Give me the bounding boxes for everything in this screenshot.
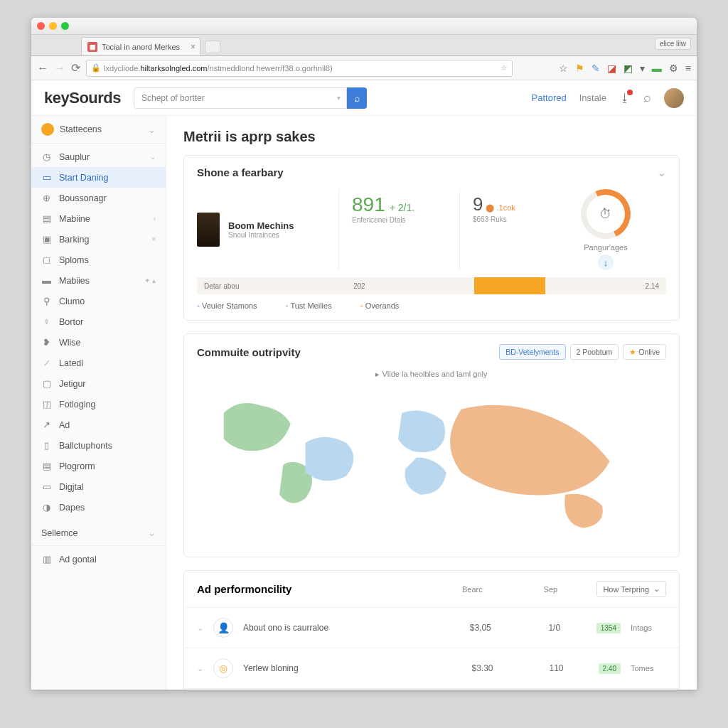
lock-icon: 🔒 (91, 63, 101, 73)
sidebar-item-label: Boussonagr (59, 193, 107, 203)
minimize-window-button[interactable] (49, 22, 57, 30)
performance-rows: ⌄👤About ono is caurraloe$3,051/01354Inta… (184, 607, 679, 690)
toolbar-icons: ☆ ⚑ ✎ ◪ ◩ ▾ ▬ ⚙ ≡ (559, 63, 691, 74)
sidebar-item-17[interactable]: ◑Dapes (31, 497, 166, 518)
url-bar[interactable]: 🔒 lxdycliode. hiltarksolngled.com /nstme… (86, 60, 513, 77)
progress-fill (474, 277, 545, 294)
expand-icon[interactable]: ⌄ (197, 664, 203, 673)
legend-3: Overands (360, 301, 400, 310)
sidebar-section-2[interactable]: Sellemce ⌄ (31, 520, 166, 546)
sidebar-item-9[interactable]: ❥Wlise (31, 332, 166, 353)
sidebar-item-icon: ◷ (41, 151, 52, 162)
map-filter-1[interactable]: BD-Vetelyments (499, 344, 565, 360)
legend-2: Tust Meilies (286, 301, 332, 310)
url-host: hiltarksolngled.com (140, 64, 207, 73)
sidebar2-item-0[interactable]: ▥Ad gontal (31, 549, 166, 569)
ext2-icon[interactable]: ◩ (623, 63, 633, 74)
sidebar-item-7[interactable]: ⚲Clumo (31, 291, 166, 311)
traffic-lights (37, 22, 69, 30)
sidebar-item-8[interactable]: ♀Bortor (31, 311, 166, 332)
search-dropdown-icon[interactable]: ▾ (337, 94, 341, 102)
sidebar-item-13[interactable]: ↗Ad (31, 414, 166, 435)
sidebar-item-0[interactable]: ◷Sauplur⌄ (31, 146, 166, 167)
sidebar-item-16[interactable]: ▭Digjtal (31, 476, 166, 497)
sidebar-item-6[interactable]: ▬Mabiies✦ ▴ (31, 270, 166, 291)
bookmark-star-icon[interactable]: ☆ (500, 63, 508, 73)
row-icon: ◎ (213, 658, 233, 678)
map-header: Commuite outripvity BD-Vetelyments 2 Poo… (184, 334, 679, 370)
sidebar-item-label: Fotloging (59, 400, 95, 410)
close-tab-icon[interactable]: × (191, 42, 196, 52)
sidebar-item-15[interactable]: ▤Plogrorm (31, 456, 166, 476)
pencil-icon[interactable]: ✎ (592, 63, 600, 74)
sidebar-item-icon: ◫ (41, 399, 52, 410)
app-header: keySourds Schept of bortter ▾ ⌕ Pattored… (31, 80, 697, 116)
sidebar-item-10[interactable]: ⟋Latedl (31, 353, 166, 373)
gauge-icon (574, 182, 638, 246)
sidebar: Stattecens ⌄ ◷Sauplur⌄▭Start Daning⊕Bous… (31, 116, 166, 690)
legend-row: Veuier Stamons Tust Meilies Overands (184, 294, 679, 320)
sidebar-item-14[interactable]: ▯Ballctuphonts (31, 435, 166, 456)
progress-label-mid: 202 (353, 282, 467, 290)
progress-label-right: 2.14 (646, 282, 659, 290)
ext1-icon[interactable]: ◪ (607, 63, 616, 74)
sidebar-item-icon: ◻ (41, 255, 52, 265)
map-filter-3[interactable]: Onlive (623, 344, 666, 360)
sidebar-item-11[interactable]: ▢Jetigur (31, 373, 166, 394)
table-row[interactable]: ⌄👤About ono is caurraloe$3,051/01354Inta… (184, 607, 679, 648)
close-window-button[interactable] (37, 22, 45, 30)
sidebar-section-1[interactable]: Stattecens ⌄ (31, 116, 166, 144)
header-search-icon[interactable]: ⌕ (643, 90, 651, 105)
sidebar-item-label: Barking (59, 235, 89, 245)
notifications-button[interactable]: ⭳ (619, 92, 631, 105)
sidebar-item-12[interactable]: ◫Fotloging (31, 394, 166, 414)
new-tab-button[interactable] (205, 41, 220, 53)
download-button[interactable]: ↓ (598, 255, 614, 270)
ext3-icon[interactable]: ▬ (652, 63, 662, 74)
kpi-delta: + 2/1. (390, 202, 414, 213)
main-content: Metrii is aprp sakes Shone a fearbary ⌄ … (166, 116, 697, 690)
performance-selector[interactable]: How Terpring ⌄ (596, 581, 666, 597)
map-filter-2[interactable]: 2 Poobtum (570, 344, 619, 360)
sidebar-item-5[interactable]: ◻Sploms (31, 250, 166, 270)
sidebar-item-label: Latedl (59, 358, 83, 368)
world-map[interactable] (194, 383, 669, 547)
chevron-icon: × (151, 235, 156, 243)
chevron-down-icon[interactable]: ⌄ (657, 166, 666, 179)
col-header-2: Sep (518, 585, 582, 594)
account-chip[interactable]: elice lilw (655, 38, 691, 50)
sidebar-item-4[interactable]: ▣Barking× (31, 229, 166, 250)
header-link-primary[interactable]: Pattored (532, 92, 567, 103)
table-row[interactable]: ⌄✖Yedely tro pel$5.051/03.45Tooles (184, 688, 679, 690)
search-wrap: Schept of bortter ▾ ⌕ (134, 87, 367, 109)
maximize-window-button[interactable] (61, 22, 69, 30)
sidebar-item-label: Digjtal (59, 482, 84, 492)
sidebar-item-icon: ▥ (41, 554, 52, 564)
flag-icon[interactable]: ⚑ (575, 63, 584, 74)
expand-icon[interactable]: ⌄ (197, 623, 203, 633)
performance-card: Ad performoncility Bearc Sep How Terprin… (183, 570, 680, 690)
star-icon[interactable]: ☆ (559, 63, 568, 74)
row-badge: 1354 (596, 623, 621, 633)
dropdown-icon[interactable]: ▾ (640, 63, 645, 74)
kpi-primary: 891 + 2/1. Enfericenei Dtals (339, 189, 460, 270)
menu-icon[interactable]: ≡ (685, 63, 691, 74)
avatar[interactable] (664, 88, 684, 108)
sidebar-item-3[interactable]: ▤Mabiine› (31, 208, 166, 229)
search-input[interactable]: Schept of bortter ▾ (134, 87, 347, 109)
summary-title: Shone a fearbary (197, 166, 284, 178)
gear-icon[interactable]: ⚙ (669, 63, 678, 74)
back-button[interactable]: ← (37, 62, 48, 75)
sidebar-item-icon: ▭ (41, 481, 52, 492)
sidebar-item-1[interactable]: ▭Start Daning (31, 167, 166, 188)
table-row[interactable]: ⌄◎Yerlew bloning$3.301102.40Tomes (184, 648, 679, 688)
header-link-secondary[interactable]: Instale (579, 92, 606, 103)
browser-tab[interactable]: ▦ Tocial in anord Merkes × (81, 37, 200, 55)
col-header-1: Bearc (440, 585, 504, 594)
search-button[interactable]: ⌕ (347, 87, 367, 109)
reload-button[interactable]: ⟳ (71, 61, 80, 75)
forward-button[interactable]: → (54, 62, 65, 75)
sidebar-item-label: Wlise (59, 338, 81, 348)
book-subtitle: Snoul Intrainces (228, 231, 294, 239)
sidebar-item-2[interactable]: ⊕Boussonagr (31, 188, 166, 208)
